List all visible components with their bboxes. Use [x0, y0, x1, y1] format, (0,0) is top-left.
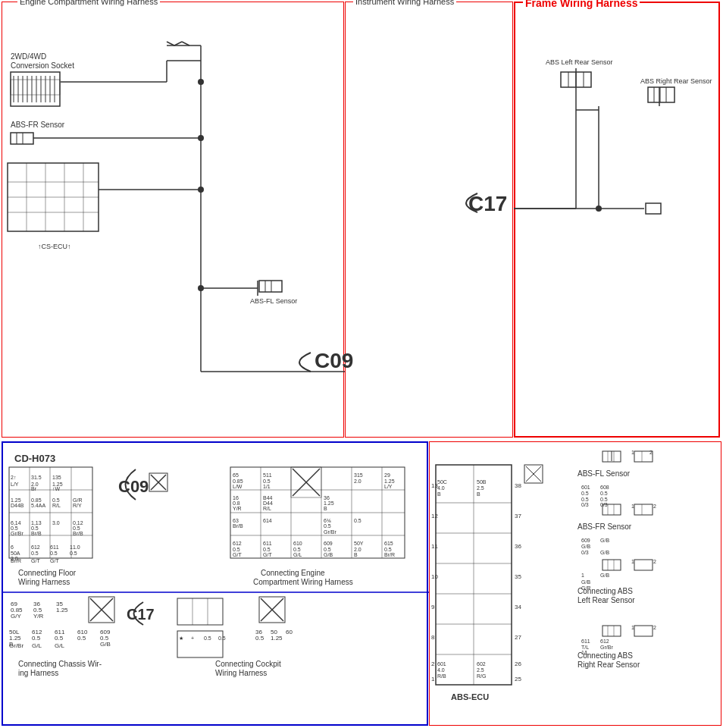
svg-text:1/1: 1/1 [263, 484, 271, 489]
svg-text:R/B: R/B [437, 673, 446, 679]
svg-text:6⅛: 6⅛ [324, 518, 331, 523]
svg-rect-295 [602, 560, 621, 570]
svg-rect-194 [177, 598, 223, 625]
svg-text:1/L: 1/L [581, 650, 589, 655]
svg-text:2: 2 [431, 661, 435, 667]
svg-text:65: 65 [233, 472, 239, 478]
svg-text:L/Y: L/Y [11, 482, 19, 487]
svg-text:135: 135 [52, 475, 61, 480]
svg-text:0.8: 0.8 [233, 500, 240, 506]
svg-text:+: + [191, 635, 194, 641]
svg-text:31.5: 31.5 [31, 475, 42, 480]
svg-text:R/L: R/L [52, 503, 61, 508]
svg-text:36: 36 [324, 495, 330, 500]
svg-text:38: 38 [515, 482, 521, 489]
svg-text:34: 34 [515, 604, 521, 610]
svg-text:T/L: T/L [581, 645, 589, 650]
svg-text:0.5: 0.5 [218, 635, 226, 641]
svg-text:614: 614 [263, 518, 272, 523]
svg-text:G/L: G/L [32, 642, 42, 649]
svg-text:16: 16 [233, 495, 239, 500]
svg-text:2.0: 2.0 [354, 479, 362, 484]
svg-text:Connecting Chassis Wir-: Connecting Chassis Wir- [18, 660, 102, 668]
svg-text:0.5: 0.5 [324, 523, 331, 529]
svg-text:11.0: 11.0 [70, 544, 80, 550]
svg-text:ABS-FR Sensor: ABS-FR Sensor [577, 522, 632, 531]
svg-text:6: 6 [11, 544, 14, 550]
bottom-right-svg: 13 12 11 10 9 8 2 1 38 37 36 35 34 27 26… [430, 442, 722, 726]
bottom-left-svg: CD-H073 C09 2↑ L/Y 31.5 2.0 Br 135 1.25 … [3, 443, 430, 727]
svg-rect-299 [634, 560, 653, 570]
svg-text:C17: C17 [468, 192, 507, 215]
svg-text:Wiring Harness: Wiring Harness [18, 578, 70, 586]
svg-text:601: 601 [437, 661, 446, 667]
svg-text:0.5: 0.5 [600, 497, 608, 502]
svg-rect-62 [648, 87, 674, 102]
svg-text:35: 35 [515, 573, 521, 580]
svg-text:G/B: G/B [100, 641, 111, 648]
svg-text:608: 608 [600, 485, 609, 490]
svg-text:Br/B: Br/B [73, 531, 83, 536]
svg-point-39 [198, 187, 204, 193]
svg-text:601: 601 [581, 485, 590, 490]
svg-text:Connecting Engine: Connecting Engine [261, 569, 325, 577]
svg-text:Gr/Br: Gr/Br [324, 529, 336, 535]
svg-text:ABS Right Rear Sensor: ABS Right Rear Sensor [640, 77, 712, 85]
svg-text:0.5: 0.5 [581, 491, 589, 496]
svg-text:R/Y: R/Y [73, 503, 82, 508]
svg-text:ABS Left Rear Sensor: ABS Left Rear Sensor [546, 58, 613, 66]
svg-text:26: 26 [515, 661, 521, 667]
svg-text:ABS-FL Sensor: ABS-FL Sensor [250, 297, 297, 305]
svg-text:G/T: G/T [263, 552, 272, 557]
svg-rect-285 [634, 504, 653, 515]
svg-text:Y/R: Y/R [33, 613, 44, 620]
svg-text:0.5: 0.5 [263, 547, 271, 552]
svg-text:G/T: G/T [31, 558, 40, 563]
svg-text:610: 610 [293, 541, 302, 546]
svg-text:1: 1 [431, 676, 435, 682]
svg-text:G/T: G/T [233, 552, 242, 557]
svg-text:Br/B: Br/B [31, 531, 42, 536]
svg-text:Connecting Cockpit: Connecting Cockpit [215, 660, 281, 668]
svg-rect-52 [646, 203, 661, 214]
svg-text:1: 1 [631, 450, 634, 455]
svg-text:G/T: G/T [50, 558, 59, 563]
svg-text:G/B: G/B [600, 538, 609, 543]
svg-text:Gr/Br: Gr/Br [600, 645, 613, 650]
svg-text:612: 612 [233, 541, 242, 546]
svg-text:Y/R: Y/R [233, 506, 242, 511]
svg-text:0.85: 0.85 [233, 479, 243, 484]
svg-text:G/B: G/B [600, 573, 609, 578]
svg-text:D44: D44 [263, 500, 273, 506]
svg-rect-15 [11, 133, 33, 144]
svg-rect-215 [177, 631, 223, 657]
svg-text:10: 10 [431, 573, 438, 580]
svg-text:1.25: 1.25 [11, 497, 21, 503]
svg-text:615: 615 [384, 541, 393, 546]
svg-text:25: 25 [515, 676, 521, 682]
svg-text:0.5: 0.5 [581, 497, 589, 502]
svg-text:L/W: L/W [233, 484, 243, 489]
svg-text:37: 37 [515, 513, 521, 519]
svg-text:609: 609 [581, 538, 590, 543]
svg-text:G/R: G/R [73, 497, 82, 503]
svg-text:↑CS-ECU↑: ↑CS-ECU↑ [38, 243, 71, 250]
svg-text:0.5: 0.5 [354, 518, 362, 523]
svg-text:G/L: G/L [55, 642, 64, 649]
svg-point-33 [198, 135, 204, 141]
svg-text:612: 612 [600, 639, 609, 644]
svg-text:2: 2 [653, 504, 656, 509]
svg-text:R/G: R/G [477, 673, 486, 679]
svg-text:↑W: ↑W [52, 486, 61, 491]
svg-text:2.5: 2.5 [477, 667, 484, 673]
svg-text:ing Harness: ing Harness [18, 669, 58, 677]
svg-text:609: 609 [324, 541, 333, 546]
svg-text:B: B [354, 552, 358, 557]
svg-text:ABS-FR Sensor: ABS-FR Sensor [11, 121, 65, 129]
svg-text:6,14: 6,14 [11, 520, 21, 526]
svg-text:50C: 50C [437, 479, 447, 485]
svg-text:CD-H073: CD-H073 [14, 453, 55, 464]
svg-text:ABS-ECU: ABS-ECU [451, 692, 489, 701]
svg-text:Connecting Floor: Connecting Floor [18, 569, 77, 577]
svg-text:L/Y: L/Y [384, 484, 393, 489]
